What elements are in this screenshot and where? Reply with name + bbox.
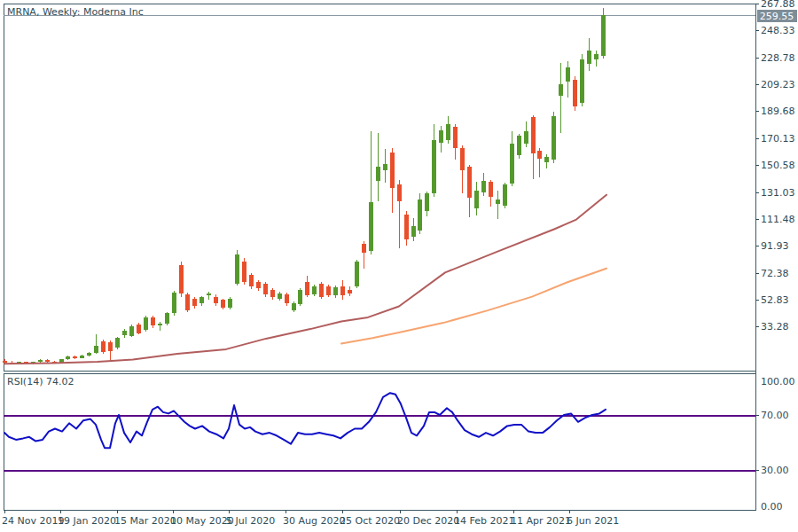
price-tick-label: 267.88 [761,0,795,10]
candle-up [207,293,211,295]
candle-up [278,293,282,298]
candle-up [333,287,338,295]
candle-up [369,202,373,251]
candle-down [185,294,190,310]
candle-down [340,286,345,295]
candle-down [3,361,7,363]
candle-down [101,341,106,352]
date-tick-label: 11 Apr 2021 [511,515,571,527]
candle-down [390,153,395,188]
candle-up [481,181,486,192]
date-tick-label: 15 Mar 2020 [114,515,176,527]
candle-down [348,290,352,293]
chart-canvas[interactable]: 267.88248.33228.78209.23189.68170.13150.… [0,0,798,532]
candle-down [319,284,324,297]
candle-up [580,59,584,102]
candle-up [80,356,84,358]
candle-down [242,262,246,282]
candle-up [411,226,416,237]
rsi-level-label: 70.00 [761,410,789,421]
candle-up [432,140,436,193]
price-tick-label: 209.23 [761,79,795,90]
price-tick-label: 189.68 [761,106,795,117]
candle-down [151,317,155,325]
candle-down [285,294,289,303]
candle-down [537,151,542,158]
candle-down [137,325,141,333]
candle-up [355,262,359,286]
candle-up [144,317,148,330]
candle-up [559,84,563,96]
candle-up [524,131,528,143]
date-tick-label: 19 Jan 2020 [58,515,116,527]
price-axis: 267.88248.33228.78209.23189.68170.13150.… [755,0,795,510]
candle-up [566,67,570,81]
price-tick-label: 33.28 [761,321,789,332]
candle-down [214,297,218,304]
panel-frames [4,4,756,511]
candlestick-series [3,8,606,364]
candle-up [87,353,91,355]
candle-up [587,51,591,65]
candle-down [326,286,331,295]
candle-up [425,193,429,211]
candle-up [510,144,514,184]
date-tick-label: 25 Oct 2020 [340,515,400,527]
candle-down [467,167,472,198]
price-tick-label: 170.13 [761,133,795,145]
candle-down [453,127,458,147]
candle-down [489,182,493,197]
candle-up [503,184,507,205]
price-tick-label: 150.58 [761,160,795,171]
rsi-line [4,393,606,448]
candle-down [73,356,77,358]
candle-up [474,191,479,208]
time-axis: 24 Nov 201919 Jan 202015 Mar 202010 May … [2,510,619,527]
candle-up [312,286,317,294]
candle-up [228,299,232,308]
candle-up [383,164,387,170]
ma-short [341,269,606,344]
price-tick-label: 111.48 [761,214,795,225]
candle-down [192,299,197,306]
candle-down [179,265,184,293]
candle-up [446,124,450,140]
rsi-indicator-label: RSI(14) 74.02 [7,376,74,387]
trading-chart-window: MRNA, Weekly: Moderna Inc RSI(14) 74.02 … [0,0,798,532]
price-tick-label: 91.93 [761,240,789,252]
ma-long [4,195,606,364]
rsi-level-label: 100.00 [761,376,795,387]
price-tick-label: 248.33 [761,25,795,36]
candle-up [115,338,120,348]
date-tick-label: 5 Jul 2020 [226,515,275,527]
candle-down [256,282,261,288]
candle-up [544,157,549,163]
candle-up [292,303,296,310]
candle-down [45,360,50,362]
candle-up [94,346,98,353]
candle-down [362,244,366,253]
rsi-indicator: 100.0070.0030.000.00 [4,376,795,512]
candle-down [270,290,275,297]
candle-up [298,290,302,305]
current-price-label: 259.55 [760,11,794,22]
candle-down [573,80,577,106]
price-tick-label: 72.38 [761,268,789,279]
candle-up [439,130,443,143]
candle-up [496,200,500,204]
price-tick-label: 228.78 [761,52,795,64]
candle-up [517,136,521,155]
date-tick-label: 20 Dec 2020 [397,515,459,527]
date-tick-label: 10 May 2020 [170,515,234,527]
candle-down [108,342,113,351]
rsi-level-label: 30.00 [761,465,789,476]
candle-down [249,275,254,286]
date-tick-label: 30 Aug 2020 [283,515,345,527]
date-tick-label: 6 Jun 2021 [567,515,619,527]
candle-up [418,200,422,231]
ma-short-line [341,269,606,344]
ma-long-line [4,195,606,364]
candle-up [376,167,380,180]
candle-up [129,326,134,336]
date-tick-label: 24 Nov 2019 [2,515,64,527]
